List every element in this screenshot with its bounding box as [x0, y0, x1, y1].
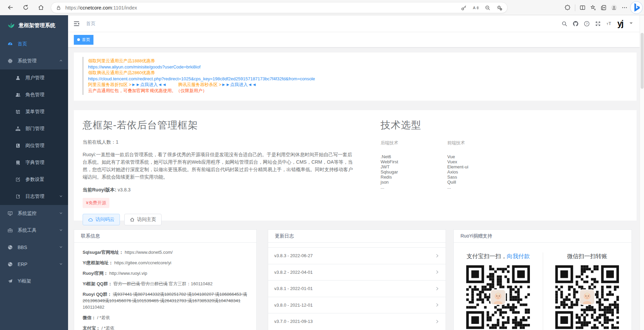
toolbox-icon [7, 228, 13, 233]
sidebar-item-system-monitor[interactable]: 系统监控 [0, 205, 68, 222]
app-title: 意框架管理系统 [19, 22, 56, 29]
aliyun-enter-link[interactable]: ►►点我进入◄◄ [131, 82, 166, 87]
tab-home[interactable]: 首页 [74, 35, 93, 45]
sidebar-item-yi-framework[interactable]: Yi框架 [0, 273, 68, 290]
sidebar-collapse-button[interactable] [73, 20, 80, 27]
tab-label: 首页 [82, 37, 90, 43]
github-icon[interactable] [573, 21, 579, 27]
user-avatar[interactable]: yj [617, 19, 623, 28]
changelog-row[interactable]: v3.8.2 - 2022-04-01 [268, 264, 446, 281]
browser-home-button[interactable] [35, 1, 47, 14]
notice-line-tencent-coupon: 领取腾讯云通用云产品2860优惠券 [88, 70, 637, 76]
home-icon [130, 217, 135, 222]
search-icon[interactable] [561, 21, 567, 27]
online-count: 当前在线人数：1 [83, 139, 353, 145]
scrollbar-thumb[interactable] [641, 33, 644, 89]
zoom-out-icon[interactable] [485, 5, 491, 11]
changelog-row[interactable]: v3.8.3 - 2022-06-27 [268, 247, 446, 264]
qr-center-baby-photo [579, 289, 595, 305]
svg-text:A: A [473, 5, 476, 9]
sidebar-item-erp[interactable]: ERP [0, 256, 68, 273]
list-icon [15, 109, 21, 115]
sidebar-item-log-mgmt[interactable]: 日志管理 [0, 188, 68, 205]
visit-homepage-button[interactable]: 访问主页 [124, 214, 162, 225]
read-aloud-icon[interactable]: A [473, 5, 479, 11]
sidebar-item-dict-mgmt[interactable]: 字典管理 [0, 154, 68, 171]
extensions-icon[interactable] [564, 4, 571, 11]
contact-row: 支付宝： / *若依 [83, 325, 248, 330]
browser-menu-icon[interactable] [621, 4, 628, 11]
add-favorite-icon[interactable] [496, 5, 502, 11]
notice-promo-line: 阿里云服务器折扣区 >►►点我进入◄◄腾讯云服务器秒杀区 >►►点我进入◄◄ [88, 82, 637, 88]
wechat-donate-column: 微信扫一扫转账 [543, 252, 632, 330]
chevron-right-icon [435, 303, 439, 307]
collections-icon[interactable] [600, 4, 607, 11]
sidebar-item-role-mgmt[interactable]: 角色管理 [0, 86, 68, 103]
sidebar-item-bbs[interactable]: BBS [0, 239, 68, 256]
sidebar-item-system-mgmt[interactable]: 系统管理 [0, 53, 68, 69]
avatar-dropdown-caret[interactable] [628, 20, 634, 27]
toolbar-separator [575, 4, 575, 11]
visit-gitee-button[interactable]: 访问码云 [83, 214, 120, 225]
version-value: v3.8.3 [117, 187, 130, 192]
tencent-enter-link[interactable]: ►►点我进入◄◄ [221, 82, 256, 87]
sidebar-item-post-mgmt[interactable]: 岗位管理 [0, 137, 68, 154]
breadcrumb: 首页 [86, 21, 95, 27]
users-icon [15, 92, 21, 98]
alipay-pay-link[interactable]: 向我付款 [507, 253, 530, 260]
chevron-right-icon [435, 270, 439, 274]
contact-card-title: 联系信息 [74, 230, 256, 243]
sidebar-item-user-mgmt[interactable]: 用户管理 [0, 69, 68, 86]
profile-avatar[interactable] [611, 4, 617, 11]
sidebar-item-system-tools[interactable]: 系统工具 [0, 222, 68, 239]
address-bar[interactable]: https://ccnetcore.com:1101/index A [51, 2, 508, 13]
donate-card-title: RuoYi捐赠支持 [454, 230, 631, 243]
sidebar-item-menu-mgmt[interactable]: 菜单管理 [0, 103, 68, 120]
split-screen-icon[interactable] [579, 4, 586, 11]
version-line: 当前Ruoyi版本: v3.8.3 [83, 187, 353, 193]
changelog-row[interactable]: v3.8.1 - 2022-01-01 [268, 280, 446, 297]
chevron-down-icon [59, 228, 63, 232]
bing-copilot-button[interactable] [630, 1, 643, 14]
changelog-row[interactable]: v3.7.0 - 2021-09-13 [268, 313, 446, 330]
fullscreen-icon[interactable] [595, 21, 601, 27]
dashboard-icon [7, 41, 13, 47]
intro-title: 意框架-若依后台管理框架 [83, 119, 353, 132]
qr-pattern [466, 324, 530, 330]
lock-icon [56, 5, 61, 11]
browser-back-button[interactable] [4, 1, 17, 14]
chevron-down-icon [59, 245, 63, 249]
notice-link-tencent[interactable]: https://cloud.tencent.com/redirect.php?r… [88, 76, 637, 82]
home-icon [38, 4, 44, 11]
chevron-down-icon [59, 194, 63, 198]
hamburger-icon [73, 20, 80, 27]
bing-icon [630, 1, 643, 14]
edit-icon [15, 177, 21, 182]
font-size-icon[interactable]: TT [606, 21, 612, 27]
globe-icon [7, 262, 13, 267]
contact-info-card: 联系信息 Sqlsugar官网地址： https://www.donet5.co… [74, 229, 257, 330]
gear-icon [7, 58, 13, 64]
password-key-icon[interactable] [461, 5, 467, 11]
browser-refresh-button[interactable] [19, 1, 32, 14]
notice-link-aliyun[interactable]: https://www.aliyun.com/minisite/goods?us… [88, 64, 637, 70]
sidebar-item-param-settings[interactable]: 参数设置 [0, 171, 68, 188]
paper-plane-icon [7, 279, 13, 284]
page-scrollbar [640, 15, 644, 330]
favorites-icon[interactable] [590, 4, 596, 11]
frontend-tech-list: 前端技术 Vue Vuex Element-ui Axios Sass Quil… [447, 140, 514, 190]
sidebar-item-label: 首页 [18, 41, 27, 47]
notice-blockquote: 领取阿里云通用云产品1888优惠券 https://www.aliyun.com… [82, 57, 637, 95]
log-icon [15, 194, 21, 199]
sidebar-item-dept-mgmt[interactable]: 部门管理 [0, 120, 68, 137]
changelog-row[interactable]: v3.8.0 - 2021-12-01 [268, 297, 446, 313]
notice-panel: 领取阿里云通用云产品1888优惠券 https://www.aliyun.com… [74, 53, 637, 101]
chevron-right-icon [435, 286, 439, 291]
top-navbar: 首页 ? TT yj [68, 15, 644, 32]
user-icon [15, 75, 21, 81]
backend-tech-list: 后端技术 .Net6 WebFirst JWT Sqlsugar Redis j… [381, 140, 447, 190]
help-icon[interactable]: ? [584, 21, 590, 27]
sidebar-item-home[interactable]: 首页 [0, 36, 68, 53]
changelog-card-title: 更新日志 [268, 230, 446, 243]
app-logo[interactable]: 意框架管理系统 [0, 15, 68, 36]
